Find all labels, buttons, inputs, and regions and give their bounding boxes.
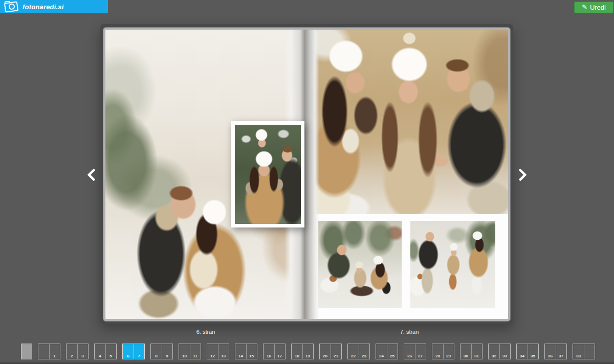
bottom-shade bbox=[0, 361, 614, 364]
pager-thumb-20-21[interactable]: 2021 bbox=[319, 344, 342, 359]
pager-thumb-36-37[interactable]: 3637 bbox=[544, 344, 567, 359]
pager-thumb-10-11[interactable]: 1011 bbox=[179, 344, 201, 359]
pager-page-number: 32 bbox=[489, 354, 499, 358]
book-pages bbox=[105, 30, 508, 319]
pager-thumb-32-33[interactable]: 3233 bbox=[488, 344, 511, 359]
pager-page-number: 7 bbox=[134, 354, 144, 358]
right-page-photo-walking bbox=[410, 221, 495, 308]
pager-thumb-12-13[interactable]: 1213 bbox=[207, 344, 229, 359]
pager-page-number: 15 bbox=[246, 354, 257, 358]
pager-thumb-16-17[interactable]: 1617 bbox=[263, 344, 286, 359]
pager-thumb-28-29[interactable]: 2829 bbox=[432, 344, 454, 359]
pager-thumb-30-31[interactable]: 3031 bbox=[460, 344, 483, 359]
right-page[interactable] bbox=[303, 30, 508, 319]
pager-thumb-cover[interactable] bbox=[21, 344, 32, 359]
pager-page-number: 16 bbox=[264, 354, 274, 358]
pager-thumb--1[interactable]: 1 bbox=[38, 344, 60, 359]
edit-button[interactable]: ✎ Uredi bbox=[574, 2, 613, 13]
left-page-label: 6. stran bbox=[183, 329, 229, 335]
pager-thumb-34-35[interactable]: 3435 bbox=[516, 344, 539, 359]
pager-page-number: 12 bbox=[207, 354, 218, 358]
photobook bbox=[100, 24, 513, 324]
pager-thumb-18-19[interactable]: 1819 bbox=[291, 344, 314, 359]
pager-page-number: 11 bbox=[190, 354, 201, 358]
pager-page-number: 18 bbox=[292, 354, 302, 358]
next-page-button[interactable] bbox=[513, 166, 531, 184]
pager-thumb-2-3[interactable]: 23 bbox=[66, 344, 89, 359]
pager-page-number: 17 bbox=[274, 354, 285, 358]
pager-page-number: 29 bbox=[443, 354, 454, 358]
pager-thumb-38-[interactable]: 38 bbox=[573, 344, 595, 359]
pager-page-number: 1 bbox=[49, 354, 60, 358]
chevron-right-icon bbox=[514, 168, 527, 181]
pager-page-number: 9 bbox=[162, 354, 172, 358]
inset-photo-family-shoulders bbox=[235, 125, 301, 224]
pager-page-number: 35 bbox=[528, 354, 538, 358]
pager-page-number: 33 bbox=[499, 354, 510, 358]
brand-bar[interactable]: fotonaredi.si bbox=[0, 0, 108, 13]
pager-page-number: 24 bbox=[376, 354, 387, 358]
pager-page-number: 38 bbox=[573, 354, 584, 358]
pager-page-number: 8 bbox=[151, 354, 162, 358]
pager: 1234567891011121314151617181920212223242… bbox=[21, 344, 595, 359]
pager-page-number: 31 bbox=[471, 354, 482, 358]
pager-page-number: 36 bbox=[545, 354, 556, 358]
pager-page-number: 34 bbox=[517, 354, 528, 358]
photobook-viewer: fotonaredi.si ✎ Uredi 6. stran 7. bbox=[0, 0, 614, 364]
pager-page-number: 10 bbox=[179, 354, 190, 358]
pager-page-number: 30 bbox=[461, 354, 471, 358]
pager-thumb-14-15[interactable]: 1415 bbox=[235, 344, 257, 359]
pager-page-number: 37 bbox=[556, 354, 566, 358]
pager-thumb-6-7[interactable]: 67 bbox=[122, 344, 145, 359]
pager-page-number: 5 bbox=[105, 354, 116, 358]
right-page-photo-sledding bbox=[318, 221, 402, 308]
pager-page-number: 6 bbox=[123, 354, 134, 358]
pager-page-number: 28 bbox=[432, 354, 443, 358]
camera-icon bbox=[4, 1, 18, 12]
pager-page-number: 22 bbox=[348, 354, 359, 358]
pager-thumb-4-5[interactable]: 45 bbox=[94, 344, 117, 359]
pager-thumb-26-27[interactable]: 2627 bbox=[404, 344, 426, 359]
pager-page-number: 26 bbox=[404, 354, 415, 358]
right-page-label: 7. stran bbox=[386, 329, 432, 335]
pager-thumb-24-25[interactable]: 2425 bbox=[376, 344, 398, 359]
pager-thumb-8-9[interactable]: 89 bbox=[150, 344, 173, 359]
pager-page-number: 2 bbox=[67, 354, 77, 358]
pager-page-number: 21 bbox=[331, 354, 341, 358]
pager-page-number: 19 bbox=[302, 354, 313, 358]
pager-thumb-22-23[interactable]: 2223 bbox=[347, 344, 370, 359]
pager-page-number: 20 bbox=[320, 354, 331, 358]
brand-label: fotonaredi.si bbox=[23, 3, 64, 11]
pager-page-number: 13 bbox=[218, 354, 229, 358]
right-page-photo-family bbox=[312, 30, 508, 214]
chevron-left-icon bbox=[87, 168, 100, 181]
pager-page-number: 23 bbox=[359, 354, 369, 358]
pager-page-number: 4 bbox=[95, 354, 105, 358]
pager-page-number: 14 bbox=[235, 354, 246, 358]
edit-button-label: Uredi bbox=[590, 4, 606, 11]
inset-framed-photo bbox=[231, 121, 304, 228]
pager-page-number: 27 bbox=[415, 354, 426, 358]
prev-page-button[interactable] bbox=[83, 166, 101, 184]
pager-page-number: 25 bbox=[387, 354, 398, 358]
pencil-icon: ✎ bbox=[582, 4, 587, 10]
pager-page-number: 3 bbox=[77, 354, 88, 358]
